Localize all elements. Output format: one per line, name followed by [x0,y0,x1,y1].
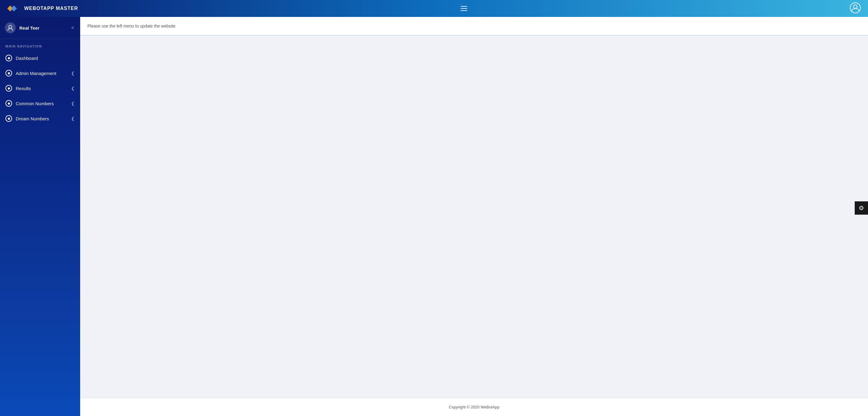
sidebar-item-admin-management[interactable]: Admin Management ❮ [0,66,80,81]
sidebar: Real Teer < MAIN NAVIGATION Dashboard Ad… [0,17,80,416]
sidebar-item-label-common-numbers: Common Numbers [16,101,67,106]
sidebar-collapse-button[interactable]: < [70,24,75,32]
dashboard-icon [5,55,12,61]
chevron-right-icon-common-numbers: ❮ [71,101,75,106]
sidebar-item-results[interactable]: Results ❮ [0,81,80,96]
content-body [80,36,868,398]
svg-point-4 [854,5,857,8]
chevron-right-icon-results: ❮ [71,86,75,91]
hamburger-button[interactable] [459,5,468,12]
sidebar-item-common-numbers[interactable]: Common Numbers ❮ [0,96,80,111]
user-profile-icon[interactable] [850,2,861,14]
app-title: WEBOTAPP MASTER [24,6,78,11]
app-logo-icon [7,4,19,13]
main-navigation: Dashboard Admin Management ❮ Results ❮ C… [0,51,80,126]
content-message: Please use the left menu to update the w… [80,17,868,36]
chevron-right-icon-dream-numbers: ❮ [71,116,75,121]
content-area: Please use the left menu to update the w… [80,17,868,416]
username-label: Real Teer [19,25,39,31]
sidebar-item-label-results: Results [16,86,67,91]
main-layout: Real Teer < MAIN NAVIGATION Dashboard Ad… [0,17,868,416]
user-section: Real Teer < [0,17,80,39]
common-numbers-icon [5,100,12,107]
sidebar-item-label-dream-numbers: Dream Numbers [16,116,67,121]
header-right [850,2,861,14]
sidebar-item-label-admin-management: Admin Management [16,71,67,76]
admin-management-icon [5,70,12,76]
sidebar-item-dashboard[interactable]: Dashboard [0,51,80,66]
sidebar-item-label-dashboard: Dashboard [16,56,75,61]
avatar [5,22,16,33]
top-header: WEBOTAPP MASTER [0,0,868,17]
svg-point-5 [9,25,12,28]
header-center [459,5,468,12]
header-left: WEBOTAPP MASTER [7,4,78,13]
dream-numbers-icon [5,115,12,122]
content-footer: Copyright © 2020 WeBotApp [80,398,868,416]
chevron-right-icon-admin: ❮ [71,71,75,75]
content-main: Please use the left menu to update the w… [80,17,868,398]
nav-section-label: MAIN NAVIGATION [0,39,80,51]
gear-icon: ⚙ [859,204,864,212]
sidebar-item-dream-numbers[interactable]: Dream Numbers ❮ [0,111,80,126]
settings-floating-button[interactable]: ⚙ [855,201,868,215]
results-icon [5,85,12,92]
